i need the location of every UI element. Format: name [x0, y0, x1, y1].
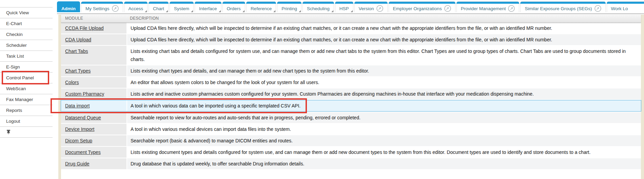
module-cell: Drug Guide — [61, 158, 126, 169]
dropdown-corner-icon — [166, 10, 168, 12]
sidebar-item-label: Task List — [6, 54, 24, 59]
sidebar-item-task-list[interactable]: Task List — [0, 51, 53, 62]
module-link[interactable]: Drug Guide — [65, 161, 90, 166]
external-link-icon[interactable]: ↗ — [594, 5, 601, 12]
sidebar-item-reports[interactable]: Reports — [0, 105, 53, 116]
module-link[interactable]: CDA Upload — [65, 37, 91, 42]
description-cell: A tool in which various data can be impo… — [127, 100, 641, 111]
module-cell: Dicom Setup — [61, 135, 126, 146]
table-row-data-import-selected: Data import A tool in which various data… — [61, 100, 641, 112]
sidebar-item-control-panel[interactable]: Control Panel — [0, 73, 53, 83]
tab-printing[interactable]: Printing — [277, 1, 301, 12]
module-cell: Data import — [61, 100, 126, 111]
module-link[interactable]: CCDA File Upload — [65, 25, 104, 31]
tab-access[interactable]: Access — [124, 1, 148, 12]
table-row-chart-tabs: Chart Tabs Lists existing chart tabs and… — [61, 46, 641, 65]
tab-label: Similar Exposure Groups (SEGs) — [525, 6, 592, 11]
dropdown-corner-icon — [242, 10, 245, 12]
dropdown-corner-icon — [351, 10, 353, 12]
tab-label: Admin — [61, 6, 76, 11]
external-link-icon[interactable]: ↗ — [444, 5, 451, 12]
table-row-ccda-file-upload: CCDA File Upload Upload CDA files here d… — [61, 23, 641, 34]
module-cell: Custom Pharmacy — [61, 88, 126, 99]
tab-scheduling[interactable]: Scheduling — [303, 1, 334, 12]
tab-label: System — [174, 6, 189, 11]
description-cell: Lists existing chart types and details, … — [127, 65, 641, 76]
table-row-custom-pharmacy: Custom Pharmacy Lists active and inactiv… — [61, 88, 641, 99]
external-link-icon[interactable]: ↗ — [376, 5, 383, 12]
module-link[interactable]: Chart Tabs — [65, 48, 88, 54]
tab-label: Printing — [281, 6, 297, 11]
sidebar-item-fax-manager[interactable]: Fax Manager — [0, 94, 53, 105]
tab-reference[interactable]: Reference — [246, 1, 276, 12]
module-cell: Datasend Queue — [61, 112, 126, 123]
sidebar-item-quick-view[interactable]: Quick View — [0, 7, 53, 18]
table-row-document-types: Document Types Lists existing document t… — [61, 147, 641, 158]
module-cell: Colors — [61, 77, 126, 88]
sidebar-item-label: Quick View — [6, 10, 29, 15]
sidebar-item-checkin[interactable]: Checkin — [0, 29, 53, 40]
tab-system[interactable]: System — [170, 1, 194, 12]
module-cell: Chart Tabs — [61, 46, 126, 65]
sidebar-item-logout[interactable]: Logout — [0, 116, 53, 127]
tab-my-settings[interactable]: My Settings↗ — [81, 1, 123, 12]
table-row-device-import: Device Import A tool in which various me… — [61, 124, 641, 135]
description-cell: Drug database that is updated weekly, to… — [127, 158, 641, 169]
module-link[interactable]: Data import — [65, 103, 90, 108]
tab-label: Scheduling — [307, 6, 330, 11]
sidebar-item-label: E-Chart — [6, 21, 22, 26]
table-body: CCDA File Upload Upload CDA files here d… — [61, 23, 641, 169]
tab-label: Access — [129, 6, 143, 11]
sidebar-item-label: Reports — [6, 108, 22, 113]
sidebar-item-scheduler[interactable]: Scheduler — [0, 40, 53, 51]
sidebar-item-label: E-Sign — [6, 64, 20, 69]
table-row-chart-types: Chart Types Lists existing chart types a… — [61, 65, 641, 76]
tab-employer-organizations[interactable]: Employer Organizations↗ — [389, 1, 455, 12]
module-link[interactable]: Custom Pharmacy — [65, 91, 104, 97]
table-row-datasend-queue: Datasend Queue Searchable report to view… — [61, 112, 641, 123]
tab-provider-management[interactable]: Provider Management↗ — [456, 1, 520, 12]
sidebar-item-label: Scheduler — [6, 43, 27, 48]
tab-label: Orders — [227, 6, 241, 11]
description-cell: Upload CDA files here directly, which wi… — [127, 23, 641, 34]
sidebar-item-label: Control Panel — [6, 75, 34, 80]
tab-work-log[interactable]: Work Lo — [607, 1, 644, 12]
dropdown-corner-icon — [145, 10, 147, 12]
app-window: Quick View E-Chart Checkin Scheduler Tas… — [0, 0, 644, 179]
tab-similar-exposure-groups[interactable]: Similar Exposure Groups (SEGs)↗ — [520, 1, 605, 12]
tab-label: Chart — [153, 6, 164, 11]
tab-admin[interactable]: Admin — [57, 1, 80, 12]
description-cell: Lists existing chart tabs and details co… — [127, 46, 641, 65]
module-cell: CDA Upload — [61, 34, 126, 45]
tab-label: Reference — [251, 6, 272, 11]
sidebar-item-e-chart[interactable]: E-Chart — [0, 18, 53, 29]
sidebar: Quick View E-Chart Checkin Scheduler Tas… — [0, 0, 53, 179]
sidebar-item-label: Checkin — [6, 32, 23, 37]
module-link[interactable]: Chart Types — [65, 68, 91, 74]
module-link[interactable]: Colors — [65, 80, 79, 85]
sidebar-item-label: WebScan — [6, 86, 26, 91]
table-header-row: MODULE DESCRIPTION — [61, 14, 641, 23]
sidebar-item-webscan[interactable]: WebScan — [0, 83, 53, 94]
dropdown-corner-icon — [331, 10, 333, 12]
module-link[interactable]: Datasend Queue — [65, 115, 101, 120]
sidebar-item-label: Fax Manager — [6, 97, 33, 102]
sidebar-item-label: Logout — [6, 119, 20, 124]
sidebar-item-e-sign[interactable]: E-Sign — [0, 62, 53, 73]
sidebar-spacer — [0, 0, 53, 7]
tab-version[interactable]: Version↗ — [354, 1, 388, 12]
tab-hsp[interactable]: HSP — [335, 1, 353, 12]
dropdown-corner-icon — [219, 10, 221, 12]
left-margin-strip — [58, 15, 61, 179]
external-link-icon[interactable]: ↗ — [508, 5, 515, 12]
module-link[interactable]: Document Types — [65, 150, 101, 155]
tab-chart[interactable]: Chart — [149, 1, 169, 12]
dropdown-corner-icon — [191, 10, 193, 12]
module-link[interactable]: Dicom Setup — [65, 138, 92, 143]
external-link-icon[interactable]: ↗ — [112, 5, 119, 12]
tab-interface[interactable]: Interface — [195, 1, 221, 12]
tab-orders[interactable]: Orders — [222, 1, 245, 12]
module-link[interactable]: Device Import — [65, 126, 94, 132]
tab-label: Interface — [199, 6, 217, 11]
sidebar-pin-toggle[interactable] — [0, 127, 53, 138]
